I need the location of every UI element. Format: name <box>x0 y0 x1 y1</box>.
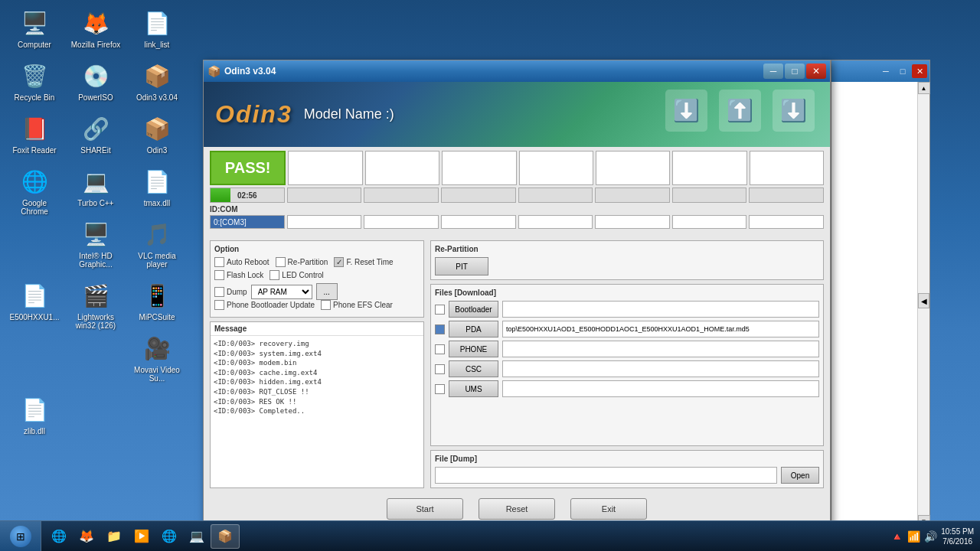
repartition-section: Re-Partition PIT <box>430 240 824 280</box>
bootloader-checkbox[interactable] <box>435 305 445 315</box>
csc-checkbox[interactable] <box>435 364 445 374</box>
auto-reboot-check[interactable]: Auto Reboot <box>214 257 270 267</box>
led-control-check[interactable]: LED Control <box>270 270 323 280</box>
message-section: Message <ID:0/003> recovery.img <ID:0/00… <box>210 321 424 488</box>
poweriso-icon[interactable]: 💿 PowerISO <box>65 57 126 106</box>
foxit-icon-img: 📕 <box>19 113 50 144</box>
odin-v304-label: Odin3 v3.04 <box>136 93 178 102</box>
minimize-button[interactable]: ─ <box>763 64 783 79</box>
dump-checkbox[interactable] <box>214 287 224 297</box>
taskbar-folder[interactable]: 📁 <box>100 524 128 549</box>
side-max-button[interactable]: □ <box>895 64 910 78</box>
taskbar-media[interactable]: ▶️ <box>128 524 155 549</box>
pit-button[interactable]: PIT <box>435 257 488 276</box>
vlc-icon[interactable]: 🎵 VLC media player <box>126 215 188 272</box>
lightworks-icon[interactable]: 🎬 Lightworks win32 (126) <box>65 276 126 334</box>
phone-checkbox[interactable] <box>435 344 445 354</box>
progress-row: 02:56 <box>210 187 824 203</box>
ums-button[interactable]: UMS <box>449 380 498 397</box>
side-collapse-arrow[interactable]: ◀ <box>918 293 929 308</box>
tmax-icon[interactable]: 📄 tmax.dll <box>126 162 188 211</box>
header-icon-download2: ⬇️ <box>773 90 815 132</box>
odin-header: Odin3 Model Name :) ⬇️ ⬆️ ⬇️ <box>204 82 830 147</box>
odin-window: 📦 Odin3 v3.04 ─ □ ✕ Odin3 Model Name :) … <box>203 60 831 527</box>
taskbar-firefox[interactable]: 🦊 <box>73 524 100 549</box>
phone-button[interactable]: PHONE <box>449 341 498 357</box>
slot-6 <box>596 151 670 185</box>
re-partition-checkbox[interactable] <box>276 257 286 267</box>
link-list-icon[interactable]: 📄 link_list <box>126 4 188 53</box>
pass-label: PASS! <box>225 159 271 177</box>
flash-lock-check[interactable]: Flash Lock <box>214 270 263 280</box>
phone-bootloader-check[interactable]: Phone Bootloader Update <box>214 300 315 310</box>
taskbar-tray: 🔺 📶 🔊 10:55 PM 7/6/2016 <box>884 527 980 546</box>
f-reset-checkbox[interactable]: ✓ <box>334 257 344 267</box>
phone-efs-check[interactable]: Phone EFS Clear <box>321 300 393 310</box>
ums-checkbox[interactable] <box>435 384 445 394</box>
odin-small-icon[interactable]: 📦 Odin3 <box>126 109 188 158</box>
turbocpp-icon[interactable]: 💻 Turbo C++ <box>65 162 126 211</box>
odin-v304-icon[interactable]: 📦 Odin3 v3.04 <box>126 57 188 106</box>
intel-icon[interactable]: 🖥️ Intel® HD Graphic... <box>65 215 126 272</box>
pda-checkbox[interactable] <box>435 324 445 334</box>
zlib-icon[interactable]: 📄 zlib.dll <box>4 390 65 439</box>
movavi-icon[interactable]: 🎥 Movavi Video Su... <box>126 329 188 386</box>
maximize-button[interactable]: □ <box>785 64 805 79</box>
side-min-button[interactable]: ─ <box>878 64 893 78</box>
chrome-icon[interactable]: 🌐 Google Chrome <box>4 162 65 220</box>
shareit-icon[interactable]: 🔗 SHAREit <box>65 109 126 158</box>
phone-bootloader-checkbox[interactable] <box>214 300 224 310</box>
tray-network-icon[interactable]: 📶 <box>907 530 920 543</box>
com-slot-3 <box>364 215 439 229</box>
vlc-icon-img: 🎵 <box>142 219 172 249</box>
bootloader-button[interactable]: Bootloader <box>449 301 498 318</box>
taskbar-chrome[interactable]: 🌐 <box>155 524 183 549</box>
e500h-label: E500HXXU1... <box>9 313 59 321</box>
tray-icon-1[interactable]: 🔺 <box>890 530 903 543</box>
foxit-icon[interactable]: 📕 Foxit Reader <box>4 109 65 158</box>
taskbar-ie[interactable]: 🌐 <box>45 524 73 549</box>
dump-file-input[interactable] <box>435 467 777 484</box>
recycle-bin-icon-img: 🗑️ <box>19 60 50 91</box>
computer-icon[interactable]: 🖥️ Computer <box>4 4 65 53</box>
taskbar-odin[interactable]: 📦 <box>211 524 240 549</box>
right-panel: Re-Partition PIT Files [Download] Bootlo… <box>430 240 824 488</box>
dump-check[interactable]: Dump <box>214 287 247 297</box>
tmax-icon-img: 📄 <box>142 166 172 197</box>
flash-lock-checkbox[interactable] <box>214 270 224 280</box>
recycle-bin-icon[interactable]: 🗑️ Recycle Bin <box>4 57 65 106</box>
re-partition-check[interactable]: Re-Partition <box>276 257 328 267</box>
scroll-up-arrow[interactable]: ▲ <box>918 82 930 94</box>
f-reset-check[interactable]: ✓ F. Reset Time <box>334 257 393 267</box>
zlib-icon-img: 📄 <box>19 394 50 425</box>
foxit-label: Foxit Reader <box>12 146 56 155</box>
start-orb-button[interactable]: ⊞ <box>0 521 41 552</box>
pda-button[interactable]: PDA <box>449 321 498 337</box>
phone-efs-checkbox[interactable] <box>321 300 331 310</box>
e500h-icon[interactable]: 📄 E500HXXU1... <box>4 276 65 325</box>
tray-clock[interactable]: 10:55 PM 7/6/2016 <box>941 527 974 546</box>
side-close-button[interactable]: ✕ <box>912 64 927 78</box>
zlib-label: zlib.dll <box>24 427 45 435</box>
reset-button[interactable]: Reset <box>479 498 555 520</box>
progress-bar-main: 02:56 <box>210 187 285 203</box>
mozilla-icon[interactable]: 🦊 Mozilla Firefox <box>65 4 126 53</box>
ap-ram-select[interactable]: AP RAM <box>251 285 312 299</box>
shareit-icon-img: 🔗 <box>80 113 111 144</box>
progress-time: 02:56 <box>237 191 257 200</box>
dump-action-button[interactable]: ... <box>316 283 338 300</box>
close-button[interactable]: ✕ <box>806 64 826 79</box>
open-button[interactable]: Open <box>781 467 819 484</box>
auto-reboot-checkbox[interactable] <box>214 257 224 267</box>
start-button[interactable]: Start <box>387 498 463 520</box>
tray-volume-icon[interactable]: 🔊 <box>924 530 937 543</box>
led-control-checkbox[interactable] <box>270 270 279 280</box>
msg-line-8: <ID:0/003> Completed.. <box>214 406 420 416</box>
mipcsuite-icon[interactable]: 📱 MiPCSuite <box>126 276 188 325</box>
taskbar-terminal[interactable]: 💻 <box>183 524 211 549</box>
exit-button[interactable]: Exit <box>570 498 647 520</box>
phone-efs-label: Phone EFS Clear <box>333 301 393 309</box>
options-section: Option Auto Reboot Re-Partition <box>210 240 424 318</box>
csc-button[interactable]: CSC <box>449 360 498 377</box>
window-title: Odin3 v3.04 <box>224 66 763 77</box>
